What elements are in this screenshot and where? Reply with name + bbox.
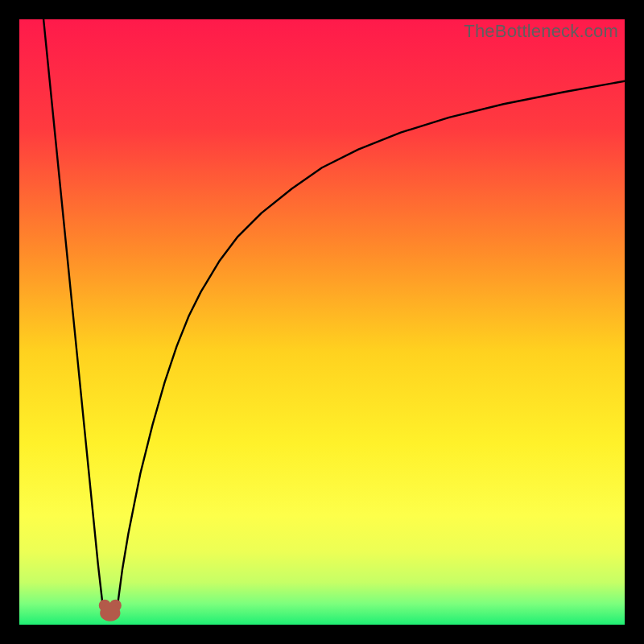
watermark-text: TheBottleneck.com [464,21,618,42]
svg-point-2 [100,605,120,621]
chart-frame: TheBottleneck.com [19,19,625,625]
bottleneck-chart [19,19,625,625]
gradient-background [19,19,625,625]
optimum-marker [99,600,122,621]
